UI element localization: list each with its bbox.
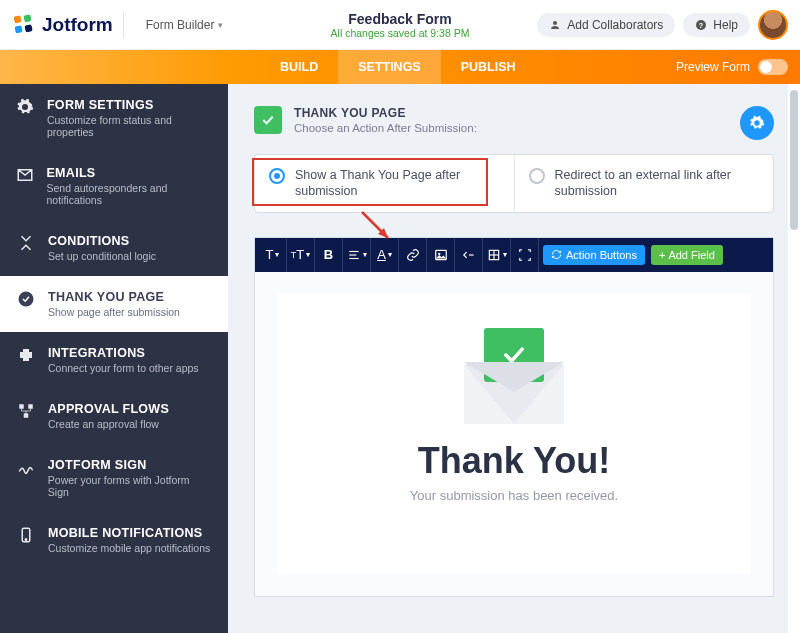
sidebar-item-thank-you[interactable]: THANK YOU PAGEShow page after submission	[0, 276, 228, 332]
brand-text: Jotform	[42, 14, 113, 36]
puzzle-icon	[16, 346, 36, 374]
option-redirect[interactable]: Redirect to an external link after submi…	[514, 155, 774, 212]
image-button[interactable]	[427, 238, 455, 272]
align-button[interactable]: ▾	[343, 238, 371, 272]
svg-rect-0	[13, 15, 21, 23]
thank-you-settings-button[interactable]	[740, 106, 774, 140]
svg-point-12	[25, 539, 27, 541]
svg-rect-9	[28, 404, 33, 409]
sign-icon	[16, 458, 36, 498]
expand-button[interactable]	[511, 238, 539, 272]
svg-rect-2	[14, 25, 22, 33]
check-badge-icon	[254, 106, 282, 134]
flow-icon	[16, 402, 36, 430]
sidebar-item-form-settings[interactable]: FORM SETTINGSCustomize form status and p…	[0, 84, 228, 152]
svg-point-7	[19, 292, 34, 307]
panel-header: THANK YOU PAGE Choose an Action After Su…	[254, 106, 774, 140]
text-color-button[interactable]: A▾	[371, 238, 399, 272]
form-title[interactable]: Feedback Form	[331, 11, 470, 27]
panel-title: THANK YOU PAGE	[294, 106, 477, 120]
add-collaborators-button[interactable]: Add Collaborators	[537, 13, 675, 37]
svg-rect-3	[24, 24, 32, 32]
gear-icon	[16, 98, 35, 138]
mobile-icon	[16, 526, 36, 554]
code-button[interactable]	[455, 238, 483, 272]
user-icon	[549, 19, 561, 31]
main-panel: THANK YOU PAGE Choose an Action After Su…	[228, 84, 800, 633]
thank-you-subtitle[interactable]: Your submission has been received.	[410, 488, 618, 503]
radio-unselected-icon	[529, 168, 545, 184]
editor-toolbar: T▾ TT▾ B ▾ A▾ ▾ Action Buttons +	[255, 238, 773, 272]
bold-button[interactable]: B	[315, 238, 343, 272]
option-show-thank-you[interactable]: Show a Thank You Page after submission	[255, 155, 514, 212]
svg-rect-8	[19, 404, 24, 409]
svg-point-4	[553, 21, 557, 25]
svg-rect-1	[23, 14, 31, 22]
thank-you-editor: T▾ TT▾ B ▾ A▾ ▾ Action Buttons +	[254, 237, 774, 597]
chevron-down-icon: ▾	[218, 20, 223, 30]
divider	[123, 12, 124, 38]
tab-build[interactable]: BUILD	[260, 50, 338, 84]
settings-sidebar: FORM SETTINGSCustomize form status and p…	[0, 84, 228, 633]
app-header: Jotform Form Builder ▾ Feedback Form All…	[0, 0, 800, 50]
action-buttons-button[interactable]: Action Buttons	[543, 245, 645, 265]
font-size-button[interactable]: TT▾	[287, 238, 315, 272]
question-icon: ?	[695, 19, 707, 31]
main-nav: BUILD SETTINGS PUBLISH Preview Form	[0, 50, 800, 84]
radio-selected-icon	[269, 168, 285, 184]
branch-icon	[16, 234, 36, 262]
envelope-icon	[16, 166, 34, 206]
panel-subtitle: Choose an Action After Submission:	[294, 122, 477, 134]
form-title-block: Feedback Form All changes saved at 9:38 …	[331, 11, 470, 39]
font-family-button[interactable]: T▾	[259, 238, 287, 272]
envelope-illustration	[454, 328, 574, 424]
svg-text:?: ?	[699, 21, 703, 28]
plus-icon: +	[659, 249, 665, 261]
svg-line-13	[362, 212, 388, 238]
link-button[interactable]	[399, 238, 427, 272]
action-options: Show a Thank You Page after submission R…	[254, 154, 774, 213]
preview-toggle[interactable]	[758, 59, 788, 75]
sidebar-item-emails[interactable]: EMAILSSend autoresponders and notificati…	[0, 152, 228, 220]
jotform-logo-icon	[12, 13, 36, 37]
sidebar-item-approval-flows[interactable]: APPROVAL FLOWSCreate an approval flow	[0, 388, 228, 444]
sidebar-item-integrations[interactable]: INTEGRATIONSConnect your form to other a…	[0, 332, 228, 388]
sidebar-item-mobile-notifications[interactable]: MOBILE NOTIFICATIONSCustomize mobile app…	[0, 512, 228, 568]
gear-icon	[749, 115, 765, 131]
sidebar-item-conditions[interactable]: CONDITIONSSet up conditional logic	[0, 220, 228, 276]
scrollbar-track[interactable]	[788, 84, 800, 633]
svg-rect-10	[24, 413, 29, 418]
help-button[interactable]: ? Help	[683, 13, 750, 37]
save-status: All changes saved at 9:38 PM	[331, 27, 470, 39]
user-avatar[interactable]	[758, 10, 788, 40]
logo[interactable]: Jotform	[12, 13, 113, 37]
tab-settings[interactable]: SETTINGS	[338, 50, 441, 84]
builder-dropdown[interactable]: Form Builder ▾	[138, 15, 232, 35]
check-circle-icon	[16, 290, 36, 318]
svg-point-19	[438, 252, 440, 254]
add-field-button[interactable]: + Add Field	[651, 245, 723, 265]
tab-publish[interactable]: PUBLISH	[441, 50, 536, 84]
refresh-icon	[551, 249, 562, 260]
scrollbar-thumb[interactable]	[790, 90, 798, 230]
thank-you-title[interactable]: Thank You!	[418, 440, 611, 482]
thank-you-canvas[interactable]: Thank You! Your submission has been rece…	[277, 294, 751, 574]
preview-form-label: Preview Form	[676, 60, 750, 74]
table-button[interactable]: ▾	[483, 238, 511, 272]
sidebar-item-jotform-sign[interactable]: JOTFORM SIGNPower your forms with Jotfor…	[0, 444, 228, 512]
